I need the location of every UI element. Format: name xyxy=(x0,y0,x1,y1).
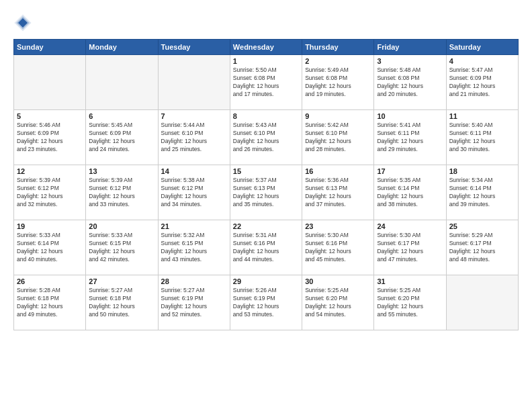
day-number: 3 xyxy=(377,57,443,65)
header xyxy=(13,13,519,32)
day-info: Sunrise: 5:40 AM Sunset: 6:11 PM Dayligh… xyxy=(449,122,515,154)
day-info: Sunrise: 5:39 AM Sunset: 6:12 PM Dayligh… xyxy=(17,177,83,209)
day-header-friday: Friday xyxy=(374,40,446,55)
calendar-cell: 24Sunrise: 5:30 AM Sunset: 6:17 PM Dayli… xyxy=(374,220,446,275)
calendar-cell: 2Sunrise: 5:49 AM Sunset: 6:08 PM Daylig… xyxy=(302,55,374,110)
calendar-cell: 19Sunrise: 5:33 AM Sunset: 6:14 PM Dayli… xyxy=(14,220,86,275)
day-info: Sunrise: 5:44 AM Sunset: 6:10 PM Dayligh… xyxy=(161,122,227,154)
day-info: Sunrise: 5:25 AM Sunset: 6:20 PM Dayligh… xyxy=(305,287,371,319)
calendar-cell: 9Sunrise: 5:42 AM Sunset: 6:10 PM Daylig… xyxy=(302,110,374,165)
day-info: Sunrise: 5:34 AM Sunset: 6:14 PM Dayligh… xyxy=(449,177,515,209)
day-info: Sunrise: 5:38 AM Sunset: 6:12 PM Dayligh… xyxy=(161,177,227,209)
day-header-wednesday: Wednesday xyxy=(230,40,302,55)
calendar-cell: 11Sunrise: 5:40 AM Sunset: 6:11 PM Dayli… xyxy=(446,110,518,165)
day-info: Sunrise: 5:47 AM Sunset: 6:09 PM Dayligh… xyxy=(449,66,515,99)
day-number: 8 xyxy=(233,112,299,120)
day-number: 12 xyxy=(17,167,83,175)
calendar-cell: 27Sunrise: 5:27 AM Sunset: 6:18 PM Dayli… xyxy=(86,275,158,330)
day-number: 14 xyxy=(161,167,227,175)
calendar-cell: 12Sunrise: 5:39 AM Sunset: 6:12 PM Dayli… xyxy=(14,165,86,220)
calendar-cell xyxy=(14,55,86,110)
day-number: 30 xyxy=(305,277,371,285)
calendar-cell: 21Sunrise: 5:32 AM Sunset: 6:15 PM Dayli… xyxy=(158,220,230,275)
day-info: Sunrise: 5:37 AM Sunset: 6:13 PM Dayligh… xyxy=(233,177,299,209)
calendar-cell: 22Sunrise: 5:31 AM Sunset: 6:16 PM Dayli… xyxy=(230,220,302,275)
day-header-saturday: Saturday xyxy=(446,40,518,55)
day-number: 25 xyxy=(449,222,515,230)
day-number: 17 xyxy=(377,167,443,175)
week-row-4: 19Sunrise: 5:33 AM Sunset: 6:14 PM Dayli… xyxy=(14,220,519,275)
calendar-cell xyxy=(86,55,158,110)
day-number: 2 xyxy=(305,57,371,65)
calendar-cell: 5Sunrise: 5:46 AM Sunset: 6:09 PM Daylig… xyxy=(14,110,86,165)
calendar-cell: 30Sunrise: 5:25 AM Sunset: 6:20 PM Dayli… xyxy=(302,275,374,330)
calendar-cell: 8Sunrise: 5:43 AM Sunset: 6:10 PM Daylig… xyxy=(230,110,302,165)
day-number: 4 xyxy=(449,57,515,65)
calendar-cell: 18Sunrise: 5:34 AM Sunset: 6:14 PM Dayli… xyxy=(446,165,518,220)
calendar-cell: 28Sunrise: 5:27 AM Sunset: 6:19 PM Dayli… xyxy=(158,275,230,330)
day-info: Sunrise: 5:41 AM Sunset: 6:11 PM Dayligh… xyxy=(377,122,443,154)
day-info: Sunrise: 5:25 AM Sunset: 6:20 PM Dayligh… xyxy=(377,287,443,319)
calendar-cell: 17Sunrise: 5:35 AM Sunset: 6:14 PM Dayli… xyxy=(374,165,446,220)
week-row-1: 1Sunrise: 5:50 AM Sunset: 6:08 PM Daylig… xyxy=(14,55,519,110)
day-number: 23 xyxy=(305,222,371,230)
day-number: 24 xyxy=(377,222,443,230)
day-number: 22 xyxy=(233,222,299,230)
week-row-5: 26Sunrise: 5:28 AM Sunset: 6:18 PM Dayli… xyxy=(14,275,519,330)
day-info: Sunrise: 5:33 AM Sunset: 6:14 PM Dayligh… xyxy=(17,232,83,264)
calendar-cell: 10Sunrise: 5:41 AM Sunset: 6:11 PM Dayli… xyxy=(374,110,446,165)
calendar-cell: 14Sunrise: 5:38 AM Sunset: 6:12 PM Dayli… xyxy=(158,165,230,220)
logo xyxy=(13,13,35,32)
calendar-table: SundayMondayTuesdayWednesdayThursdayFrid… xyxy=(13,39,519,330)
main-container: SundayMondayTuesdayWednesdayThursdayFrid… xyxy=(0,0,532,411)
day-info: Sunrise: 5:49 AM Sunset: 6:08 PM Dayligh… xyxy=(305,66,371,99)
day-number: 15 xyxy=(233,167,299,175)
day-info: Sunrise: 5:32 AM Sunset: 6:15 PM Dayligh… xyxy=(161,232,227,264)
calendar-cell: 31Sunrise: 5:25 AM Sunset: 6:20 PM Dayli… xyxy=(374,275,446,330)
day-header-tuesday: Tuesday xyxy=(158,40,230,55)
day-info: Sunrise: 5:29 AM Sunset: 6:17 PM Dayligh… xyxy=(449,232,515,264)
day-number: 9 xyxy=(305,112,371,120)
day-info: Sunrise: 5:50 AM Sunset: 6:08 PM Dayligh… xyxy=(233,66,299,99)
day-info: Sunrise: 5:27 AM Sunset: 6:19 PM Dayligh… xyxy=(161,287,227,319)
calendar-cell xyxy=(446,275,518,330)
calendar-cell: 13Sunrise: 5:39 AM Sunset: 6:12 PM Dayli… xyxy=(86,165,158,220)
calendar-cell: 4Sunrise: 5:47 AM Sunset: 6:09 PM Daylig… xyxy=(446,55,518,110)
day-info: Sunrise: 5:39 AM Sunset: 6:12 PM Dayligh… xyxy=(89,177,154,209)
calendar-cell: 26Sunrise: 5:28 AM Sunset: 6:18 PM Dayli… xyxy=(14,275,86,330)
week-row-3: 12Sunrise: 5:39 AM Sunset: 6:12 PM Dayli… xyxy=(14,165,519,220)
day-info: Sunrise: 5:43 AM Sunset: 6:10 PM Dayligh… xyxy=(233,122,299,154)
day-number: 29 xyxy=(233,277,299,285)
calendar-cell: 1Sunrise: 5:50 AM Sunset: 6:08 PM Daylig… xyxy=(230,55,302,110)
day-info: Sunrise: 5:31 AM Sunset: 6:16 PM Dayligh… xyxy=(233,232,299,264)
day-header-thursday: Thursday xyxy=(302,40,374,55)
day-number: 7 xyxy=(161,112,227,120)
day-info: Sunrise: 5:45 AM Sunset: 6:09 PM Dayligh… xyxy=(89,122,154,154)
day-info: Sunrise: 5:30 AM Sunset: 6:17 PM Dayligh… xyxy=(377,232,443,264)
logo-icon xyxy=(13,13,32,32)
day-header-monday: Monday xyxy=(86,40,158,55)
day-number: 31 xyxy=(377,277,443,285)
header-row: SundayMondayTuesdayWednesdayThursdayFrid… xyxy=(14,40,519,55)
day-number: 26 xyxy=(17,277,83,285)
day-number: 11 xyxy=(449,112,515,120)
day-info: Sunrise: 5:33 AM Sunset: 6:15 PM Dayligh… xyxy=(89,232,154,264)
day-number: 10 xyxy=(377,112,443,120)
calendar-cell: 25Sunrise: 5:29 AM Sunset: 6:17 PM Dayli… xyxy=(446,220,518,275)
calendar-cell: 6Sunrise: 5:45 AM Sunset: 6:09 PM Daylig… xyxy=(86,110,158,165)
day-info: Sunrise: 5:30 AM Sunset: 6:16 PM Dayligh… xyxy=(305,232,371,264)
calendar-cell xyxy=(158,55,230,110)
calendar-cell: 7Sunrise: 5:44 AM Sunset: 6:10 PM Daylig… xyxy=(158,110,230,165)
day-info: Sunrise: 5:42 AM Sunset: 6:10 PM Dayligh… xyxy=(305,122,371,154)
day-number: 20 xyxy=(89,222,154,230)
calendar-cell: 29Sunrise: 5:26 AM Sunset: 6:19 PM Dayli… xyxy=(230,275,302,330)
day-number: 1 xyxy=(233,57,299,65)
day-number: 28 xyxy=(161,277,227,285)
calendar-cell: 15Sunrise: 5:37 AM Sunset: 6:13 PM Dayli… xyxy=(230,165,302,220)
day-number: 27 xyxy=(89,277,154,285)
day-info: Sunrise: 5:48 AM Sunset: 6:08 PM Dayligh… xyxy=(377,66,443,99)
day-info: Sunrise: 5:27 AM Sunset: 6:18 PM Dayligh… xyxy=(89,287,154,319)
calendar-cell: 16Sunrise: 5:36 AM Sunset: 6:13 PM Dayli… xyxy=(302,165,374,220)
day-header-sunday: Sunday xyxy=(14,40,86,55)
day-number: 18 xyxy=(449,167,515,175)
